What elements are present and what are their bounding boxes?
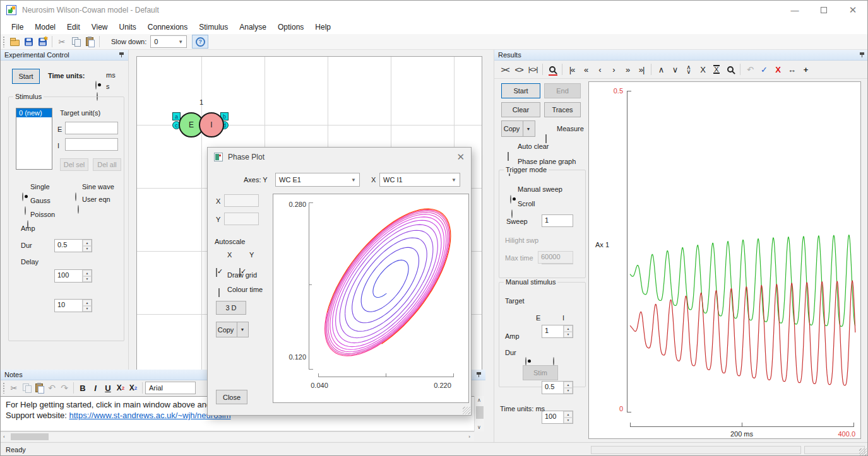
e-target-field[interactable]: [65, 122, 118, 134]
manual-dur-stepper[interactable]: 100 ▲▼: [542, 411, 573, 424]
amp-stepper[interactable]: 0.5 ▲▼: [54, 239, 92, 252]
expand-traces-vertical-icon[interactable]: ∧∨: [682, 62, 696, 76]
radio-gauss[interactable]: [25, 206, 26, 215]
delay-stepper[interactable]: 10 ▲▼: [54, 299, 92, 312]
italic-button[interactable]: I: [89, 382, 102, 394]
open-file-icon[interactable]: [8, 35, 21, 48]
step-back-icon[interactable]: ‹: [593, 62, 607, 76]
zoom-window-icon[interactable]: [723, 62, 737, 76]
menu-stimulus[interactable]: Stimulus: [193, 21, 234, 33]
results-start-button[interactable]: Start: [501, 83, 540, 98]
stim-button[interactable]: Stim: [523, 365, 558, 380]
undo-icon[interactable]: ↶: [45, 382, 58, 394]
fit-traces-horizontal-icon[interactable]: |<>|: [526, 62, 540, 76]
i-unit-node[interactable]: I: [199, 112, 224, 137]
x-axis-select[interactable]: WC I1▼: [379, 173, 460, 187]
close-button[interactable]: Close: [216, 390, 247, 404]
pin-icon[interactable]: [476, 371, 482, 378]
y-scale-field[interactable]: [224, 213, 259, 225]
trace-gain-up-icon[interactable]: ∧: [654, 62, 668, 76]
shrink-traces-vertical-icon[interactable]: X: [696, 62, 710, 76]
results-end-button[interactable]: End: [544, 83, 581, 98]
zoom-time-icon[interactable]: [545, 62, 559, 76]
measure-checkbox[interactable]: [545, 134, 547, 143]
superscript-button[interactable]: X2: [114, 382, 127, 394]
scroll-radio[interactable]: [511, 209, 513, 218]
copy-icon[interactable]: [20, 382, 33, 394]
three-d-button[interactable]: 3 D: [216, 301, 246, 315]
subscript-button[interactable]: X2: [127, 382, 140, 394]
start-button[interactable]: Start: [12, 69, 40, 84]
delete-icon[interactable]: X: [771, 62, 785, 76]
shrink-traces-horizontal-icon[interactable]: ><: [498, 62, 512, 76]
scroll-up-icon[interactable]: ∧: [477, 397, 481, 403]
slow-down-select[interactable]: 0▼: [150, 35, 187, 48]
toolbar-grip[interactable]: [3, 382, 5, 394]
manual-amp-stepper[interactable]: 0.5 ▲▼: [542, 381, 573, 394]
pin-icon[interactable]: [859, 52, 865, 58]
max-time-field[interactable]: 60000: [538, 251, 573, 264]
scroll-right-icon[interactable]: ›: [468, 434, 470, 440]
menu-analyse[interactable]: Analyse: [234, 21, 272, 33]
first-sweep-icon[interactable]: |«: [565, 62, 579, 76]
results-copy-button[interactable]: Copy▼: [501, 120, 535, 137]
notes-horizontal-scrollbar[interactable]: ‹ ›: [1, 431, 474, 441]
sweep-duration-icon[interactable]: X: [710, 62, 723, 76]
traces-button[interactable]: Traces: [544, 102, 581, 117]
bold-button[interactable]: B: [76, 382, 89, 394]
manual-e-radio[interactable]: [525, 357, 526, 366]
maximize-icon[interactable]: [809, 1, 838, 20]
menu-connexions[interactable]: Connexions: [142, 21, 193, 33]
undo-icon[interactable]: ↶: [743, 62, 757, 76]
help-icon[interactable]: ?: [192, 35, 208, 49]
radio-user-eqn[interactable]: [78, 205, 79, 214]
last-sweep-icon[interactable]: »|: [634, 62, 648, 76]
scroll-left-icon[interactable]: ‹: [3, 434, 5, 440]
i-target-field[interactable]: [65, 138, 118, 151]
scroll-down-icon[interactable]: ∨: [477, 424, 481, 430]
fast-forward-icon[interactable]: »: [621, 62, 634, 76]
dialog-resize-grip[interactable]: [463, 407, 470, 414]
results-graph[interactable]: 0.5 0 Ax 1 200 ms 400.0: [588, 81, 861, 439]
fast-rewind-icon[interactable]: «: [579, 62, 593, 76]
notes-vertical-scrollbar[interactable]: ∧ ∨: [474, 396, 484, 431]
paste-icon[interactable]: [83, 35, 97, 48]
phase-plot-title-bar[interactable]: Phase Plot ✕: [208, 148, 471, 167]
redo-icon[interactable]: ↷: [58, 382, 71, 394]
radio-sine-wave[interactable]: [75, 192, 76, 201]
x-scale-field[interactable]: [224, 194, 259, 207]
pan-horizontal-icon[interactable]: ↔: [785, 62, 799, 76]
cut-icon[interactable]: ✂: [8, 382, 20, 394]
clear-button[interactable]: Clear: [501, 102, 540, 117]
menu-units[interactable]: Units: [114, 21, 142, 33]
close-icon[interactable]: ✕: [838, 1, 867, 20]
menu-file[interactable]: File: [6, 21, 29, 33]
draw-grid-checkbox[interactable]: [218, 288, 220, 297]
save-as-icon[interactable]: ✱: [35, 35, 49, 48]
dur-stepper[interactable]: 100 ▲▼: [54, 269, 92, 283]
phase-plot-area[interactable]: 0.280 0.120 0.040 0.220: [273, 194, 469, 403]
autoscale-x-checkbox[interactable]: [216, 268, 217, 277]
accept-icon[interactable]: ✓: [757, 62, 771, 76]
step-forward-icon[interactable]: ›: [607, 62, 621, 76]
auto-clear-checkbox[interactable]: [508, 152, 509, 161]
y-axis-select[interactable]: WC E1▼: [275, 173, 360, 187]
underline-button[interactable]: U: [102, 382, 114, 394]
stimulus-list-item[interactable]: 0 (new): [16, 108, 52, 117]
save-icon[interactable]: [21, 35, 35, 48]
manual-i-radio[interactable]: [553, 357, 554, 366]
menu-view[interactable]: View: [86, 21, 114, 33]
radio-single[interactable]: [22, 192, 23, 201]
menu-model[interactable]: Model: [29, 21, 61, 33]
close-icon[interactable]: ✕: [456, 151, 465, 163]
sweep-field[interactable]: 1: [542, 214, 573, 227]
menu-help[interactable]: Help: [309, 21, 336, 33]
manual-sweep-radio[interactable]: [510, 195, 511, 204]
stimulus-list[interactable]: 0 (new): [16, 108, 52, 170]
toolbar-grip[interactable]: [3, 36, 5, 47]
pan-all-icon[interactable]: +: [799, 62, 812, 76]
del-sel-button[interactable]: Del sel: [60, 158, 88, 171]
del-all-button[interactable]: Del all: [93, 158, 121, 171]
target-stepper[interactable]: 1 ▲▼: [542, 325, 573, 338]
copy-button[interactable]: Copy▼: [216, 322, 249, 337]
